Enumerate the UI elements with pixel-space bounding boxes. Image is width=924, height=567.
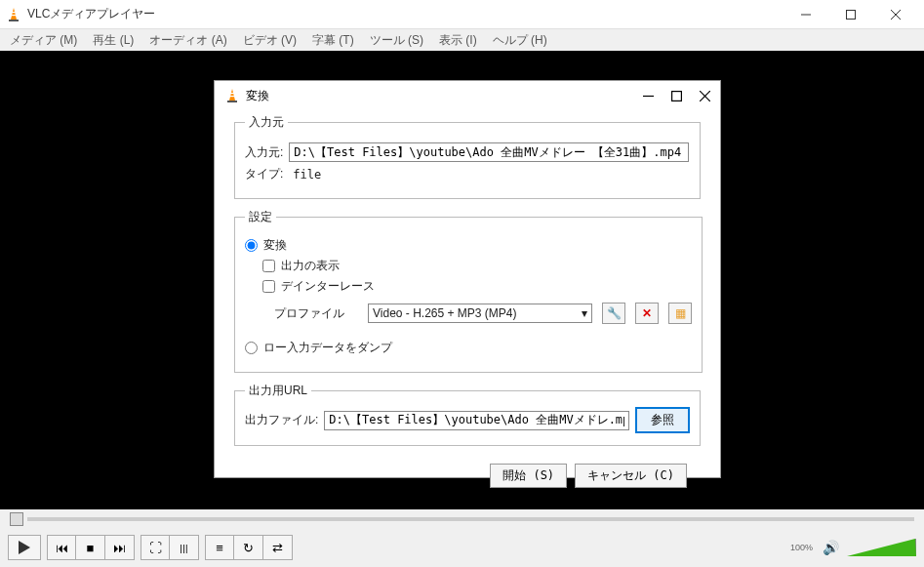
label-output-file: 出力ファイル: [245,412,318,428]
minimize-button[interactable] [783,0,828,29]
fullscreen-icon: ⛶ [149,541,162,555]
label-deinterlace: デインターレース [281,278,375,295]
svg-rect-1 [11,15,17,16]
start-button[interactable]: 開始 (S) [490,464,567,488]
legend-source: 入力元 [245,114,288,131]
fieldset-source: 入力元 入力元: タイプ: file [234,114,701,199]
svg-rect-9 [227,101,237,102]
shuffle-icon: ⇄ [272,541,283,555]
shuffle-button[interactable]: ⇄ [263,535,293,560]
fieldset-settings: 設定 変換 出力の表示 デインターレース プロファイル Video - H.26… [234,209,703,373]
input-source[interactable] [289,142,689,162]
cancel-button[interactable]: キャンセル (C) [575,464,687,488]
legend-settings: 設定 [245,209,276,225]
label-profile: プロファイル [274,305,358,322]
radio-dump[interactable] [245,342,258,354]
skip-prev-icon: ⏮ [56,541,68,555]
seek-handle[interactable] [10,512,23,526]
svg-rect-11 [672,91,682,101]
menu-view[interactable]: 表示 (I) [433,30,483,51]
play-button[interactable] [8,535,41,560]
menu-tools[interactable]: ツール (S) [364,30,429,51]
input-output-file[interactable] [324,411,629,430]
svg-rect-7 [229,93,235,94]
label-convert: 変換 [263,237,287,254]
label-show-output: 出力の表示 [281,258,340,274]
loop-icon: ↻ [243,541,254,555]
vlc-cone-icon [224,88,240,103]
checkbox-deinterlace[interactable] [262,280,275,293]
vlc-cone-icon [6,7,21,22]
loop-button[interactable]: ↻ [234,535,263,560]
maximize-button[interactable] [828,0,873,29]
video-area: 変換 入力元 入力元: タイプ: file [0,51,924,509]
dialog-close-button[interactable] [700,91,710,101]
prev-button[interactable]: ⏮ [47,535,76,560]
playlist-button[interactable]: ≡ [205,535,234,560]
label-source: 入力元: [245,144,283,161]
seek-bar[interactable] [0,509,924,529]
radio-convert[interactable] [245,239,258,252]
label-dump: ロー入力データをダンプ [263,340,392,356]
equalizer-icon: ⫼ [178,541,190,555]
skip-next-icon: ⏭ [113,541,126,555]
stop-button[interactable]: ■ [76,535,105,560]
dialog-title: 変換 [246,88,643,104]
chevron-down-icon: ▾ [582,306,587,320]
seek-track [27,517,914,521]
next-button[interactable]: ⏭ [105,535,135,560]
select-profile-value: Video - H.265 + MP3 (MP4) [373,306,517,320]
mute-icon[interactable]: 🔊 [823,540,839,555]
select-profile[interactable]: Video - H.265 + MP3 (MP4) ▾ [368,304,592,323]
convert-dialog: 変換 入力元 入力元: タイプ: file [214,80,721,478]
svg-rect-4 [847,10,856,19]
fullscreen-button[interactable]: ⛶ [141,535,170,560]
volume-percent: 100% [790,543,813,552]
menu-help[interactable]: ヘルプ (H) [487,30,553,51]
menu-media[interactable]: メディア (M) [4,30,83,51]
close-button[interactable] [873,0,918,29]
delete-x-icon: ✕ [642,306,652,320]
main-window-title: VLCメディアプレイヤー [27,6,783,22]
new-doc-icon: ▦ [675,306,686,320]
svg-rect-8 [229,96,235,97]
menu-playback[interactable]: 再生 (L) [87,30,140,51]
menu-subtitle[interactable]: 字幕 (T) [306,30,360,51]
dialog-minimize-button[interactable] [643,91,654,101]
svg-rect-0 [11,12,17,13]
value-type: file [293,168,321,182]
volume-slider[interactable] [847,539,916,556]
wrench-icon: 🔧 [607,306,622,320]
menu-audio[interactable]: オーディオ (A) [143,30,232,51]
profile-delete-button[interactable]: ✕ [635,303,659,324]
browse-button[interactable]: 参照 [635,407,690,433]
checkbox-show-output[interactable] [262,260,275,272]
profile-new-button[interactable]: ▦ [668,303,692,324]
dialog-maximize-button[interactable] [671,91,682,101]
label-type: タイプ: [245,166,283,182]
menu-video[interactable]: ビデオ (V) [237,30,302,51]
profile-edit-button[interactable]: 🔧 [602,303,625,324]
ext-settings-button[interactable]: ⫼ [170,535,199,560]
svg-rect-2 [9,20,19,21]
fieldset-output: 出力用URL 出力ファイル: 参照 [234,383,701,446]
stop-icon: ■ [87,541,95,555]
legend-output: 出力用URL [245,383,311,399]
playlist-icon: ≡ [216,541,223,555]
